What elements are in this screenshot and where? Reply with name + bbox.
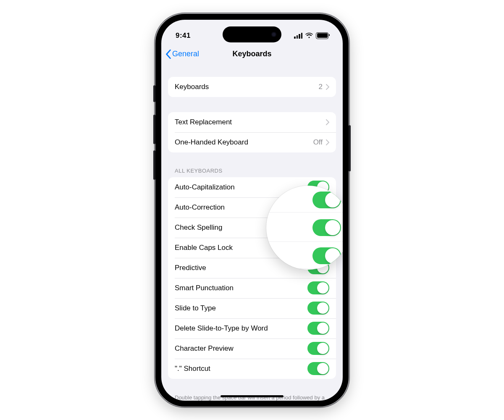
row-label: Predictive (175, 264, 206, 272)
cell-signal-icon (294, 33, 302, 39)
screen: 9:41 General Keyboards Keyboards (161, 20, 343, 401)
row-label: Auto-Capitalization (175, 183, 235, 192)
row-slide-to-type: Slide to Type (168, 298, 336, 318)
home-indicator[interactable] (220, 395, 284, 397)
iphone-frame: 9:41 General Keyboards Keyboards (155, 14, 349, 407)
keyboards-count: 2 (319, 83, 323, 91)
wifi-icon (305, 33, 313, 39)
magnifier-callout (266, 186, 343, 270)
row-label: Keyboards (175, 83, 209, 91)
nav-bar: General Keyboards (161, 44, 343, 64)
toggle-shortcut[interactable] (307, 362, 329, 375)
row-text-replacement[interactable]: Text Replacement (168, 112, 336, 132)
row-label: Auto-Correction (175, 203, 225, 212)
back-label: General (172, 50, 199, 58)
toggle-icon (312, 219, 341, 236)
side-button (349, 125, 351, 171)
page-title: Keyboards (232, 50, 271, 58)
row-label: Check Spelling (175, 223, 222, 232)
row-character-preview: Character Preview (168, 339, 336, 359)
volume-up-button (153, 115, 155, 144)
row-delete-slide-to-type-by-word: Delete Slide-to-Type by Word (168, 318, 336, 339)
dynamic-island (223, 26, 281, 42)
toggle-character-preview[interactable] (307, 342, 329, 355)
back-button[interactable]: General (165, 44, 199, 64)
battery-icon (316, 32, 328, 39)
row-label: Slide to Type (175, 304, 216, 312)
row-smart-punctuation: Smart Punctuation (168, 278, 336, 298)
magnified-toggle-auto-correction (266, 213, 343, 242)
row-label: One-Handed Keyboard (175, 138, 248, 147)
chevron-right-icon (326, 119, 329, 125)
row-label: Text Replacement (175, 118, 232, 126)
row-label: "." Shortcut (175, 365, 210, 373)
toggle-delete-slide-to-type-by-word[interactable] (307, 322, 329, 335)
volume-down-button (153, 150, 155, 180)
row-label: Delete Slide-to-Type by Word (175, 324, 268, 333)
group-text: Text Replacement One-Handed Keyboard Off (168, 112, 336, 152)
row-keyboards[interactable]: Keyboards 2 (168, 77, 336, 97)
toggle-slide-to-type[interactable] (307, 302, 329, 315)
section-header-all-keyboards: ALL KEYBOARDS (175, 168, 329, 174)
row-one-handed[interactable]: One-Handed Keyboard Off (168, 132, 336, 152)
one-handed-value: Off (313, 138, 323, 147)
chevron-left-icon (165, 50, 171, 59)
chevron-right-icon (326, 139, 329, 145)
row-shortcut: "." Shortcut (168, 359, 336, 379)
group-keyboards: Keyboards 2 (168, 77, 336, 97)
row-label: Smart Punctuation (175, 284, 234, 292)
row-label: Character Preview (175, 344, 234, 353)
row-label: Enable Caps Lock (175, 244, 233, 252)
toggle-smart-punctuation[interactable] (307, 281, 329, 294)
silence-switch (153, 85, 155, 102)
chevron-right-icon (326, 84, 329, 90)
status-time: 9:41 (176, 32, 191, 40)
